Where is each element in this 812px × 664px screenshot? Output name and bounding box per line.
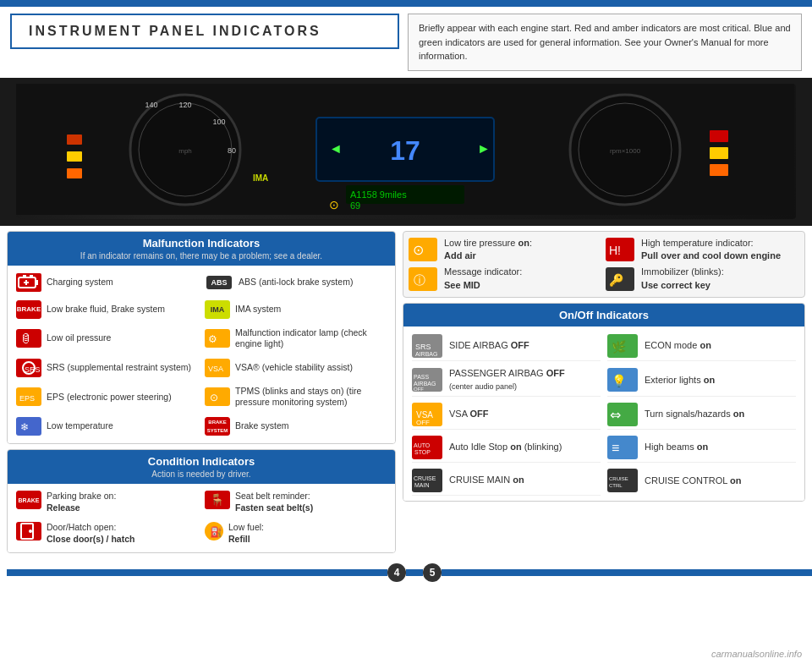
auto-idle-label: Auto Idle Stop on (blinking): [449, 441, 562, 453]
bottom-sections: Malfunction Indicators If an indicator r…: [0, 226, 812, 558]
left-column: Malfunction Indicators If an indicator r…: [7, 231, 396, 553]
passenger-airbag-icon: PASSAIRBAGOFF: [412, 368, 442, 392]
turn-signals-label: Turn signals/hazards on: [645, 408, 744, 420]
condition-subtitle: Action is needed by driver.: [16, 469, 387, 479]
high-beams-label: High beams on: [645, 441, 708, 453]
svg-text:rpm×1000: rpm×1000: [610, 147, 641, 155]
malfunction-grid: Charging system ABS ABS (anti-lock brake…: [16, 271, 387, 439]
list-item: ⓘ Message indicator:See MID: [409, 266, 602, 292]
list-item: Charging system: [16, 271, 198, 294]
svg-text:SRS: SRS: [415, 343, 431, 351]
cruise-main-icon: CRUISEMAIN: [412, 469, 442, 492]
turn-signals-icon: ⇔: [607, 403, 638, 426]
malfunction-title: Malfunction Indicators: [16, 237, 387, 250]
svg-text:100: 100: [213, 118, 226, 126]
svg-text:80: 80: [228, 146, 236, 155]
list-item: BRAKE Parking brake on: Release: [16, 489, 198, 515]
brake-fluid-label: Low brake fluid, Brake system: [47, 304, 165, 316]
list-item: VSAOFF VSA OFF: [412, 400, 601, 430]
svg-text:PASS: PASS: [414, 374, 429, 380]
high-temp-label: High temperature indicator:Pull over and…: [641, 237, 781, 263]
tire-pressure-label: Low tire pressure on:Add air: [444, 237, 532, 263]
svg-text:17: 17: [390, 135, 420, 166]
svg-text:IMA: IMA: [253, 173, 268, 183]
high-beams-icon: ≡: [607, 436, 638, 459]
eps-label: EPS (electronic power steering): [47, 392, 172, 403]
svg-text:MAIN: MAIN: [414, 482, 430, 488]
ima-icon: IMA: [205, 300, 230, 319]
top-bar: [0, 0, 812, 7]
malfunction-lamp-label: Malfunction indicator lamp (check engine…: [235, 327, 387, 350]
cruise-control-icon: CRUISECTRL: [607, 469, 638, 492]
seatbelt-icon: 🪑: [205, 491, 230, 509]
svg-text:🛢: 🛢: [20, 332, 32, 345]
immobilizer-icon: 🔑: [606, 267, 634, 291]
list-item: 💡 Exterior lights on: [607, 365, 796, 397]
malfunction-subtitle: If an indicator remains on, there may be…: [16, 251, 387, 261]
cruise-control-label: CRUISE CONTROL on: [645, 475, 742, 487]
svg-rect-24: [710, 164, 728, 176]
list-item: AUTOSTOP Auto Idle Stop on (blinking): [412, 433, 601, 463]
fuel-label: Low fuel: Refill: [228, 522, 264, 545]
message-icon: ⓘ: [409, 267, 437, 291]
dashboard-image: mph 120 100 80 140 17 ◄ ► rpm×1000 IMA: [0, 78, 812, 226]
header-info-text: Briefly appear with each engine start. R…: [419, 23, 791, 61]
malfunction-panel: Malfunction Indicators If an indicator r…: [7, 231, 396, 445]
fuel-icon: ⛽: [205, 522, 223, 541]
list-item: ≡ High beams on: [607, 433, 796, 463]
page-title: INSTRUMENT PANEL INDICATORS: [29, 24, 381, 39]
auto-idle-icon: AUTOSTOP: [412, 436, 442, 459]
top-info-panel: ⊙ Low tire pressure on:Add air H! High t…: [403, 231, 805, 299]
svg-text:AIRBAG: AIRBAG: [415, 351, 437, 357]
svg-text:⛽: ⛽: [210, 525, 222, 538]
header-section: INSTRUMENT PANEL INDICATORS Briefly appe…: [0, 7, 812, 78]
list-item: PASSAIRBAGOFF PASSENGER AIRBAG OFF(cente…: [412, 365, 601, 397]
vsa-off-label: VSA OFF: [449, 408, 488, 420]
dashboard-svg: mph 120 100 80 140 17 ◄ ► rpm×1000 IMA: [16, 84, 794, 215]
vsa-off-icon: VSAOFF: [412, 403, 442, 426]
list-item: CRUISEMAIN CRUISE MAIN on: [412, 466, 601, 496]
svg-text:💡: 💡: [612, 374, 627, 388]
high-temp-icon: H!: [606, 238, 634, 261]
svg-text:❄: ❄: [20, 421, 29, 433]
brake-fluid-icon: BRAKE: [16, 300, 41, 319]
svg-text:140: 140: [145, 101, 158, 109]
page-right: 5: [423, 563, 442, 582]
svg-text:⊙: ⊙: [413, 243, 424, 257]
brake-system-icon: BRAKESYSTEM: [205, 417, 230, 436]
condition-title: Condition Indicators: [16, 455, 387, 468]
svg-rect-29: [30, 275, 33, 277]
engine-icon: ⚙: [205, 329, 230, 348]
condition-grid: BRAKE Parking brake on: Release 🪑 Seat b…: [16, 489, 387, 547]
side-airbag-icon: SRSAIRBAG: [412, 334, 442, 358]
list-item: SRSAIRBAG SIDE AIRBAG OFF: [412, 332, 601, 361]
door-icon: [16, 522, 41, 541]
tire-pressure-icon: ⊙: [409, 238, 437, 261]
list-item: BRAKESYSTEM Brake system: [205, 414, 387, 438]
svg-text:69: 69: [350, 200, 360, 211]
title-box: INSTRUMENT PANEL INDICATORS: [10, 14, 399, 49]
list-item: VSA VSA® (vehicle stability assist): [205, 356, 387, 380]
svg-rect-17: [67, 168, 82, 178]
svg-text:CRUISE: CRUISE: [414, 475, 436, 481]
abs-label: ABS (anti-lock brake system): [239, 277, 353, 288]
svg-text:🔑: 🔑: [609, 273, 624, 288]
condition-header: Condition Indicators Action is needed by…: [8, 450, 395, 484]
door-label: Door/Hatch open: Close door(s) / hatch: [47, 522, 134, 545]
eps-icon: EPS: [16, 387, 41, 406]
seatbelt-label: Seat belt reminder: Fasten seat belt(s): [235, 491, 313, 513]
list-item: ⛽ Low fuel: Refill: [205, 520, 387, 546]
low-temp-label: Low temperature: [47, 420, 113, 432]
list-item: ⇔ Turn signals/hazards on: [607, 400, 796, 430]
svg-text:EPS: EPS: [19, 394, 35, 403]
side-airbag-label: SIDE AIRBAG OFF: [449, 339, 529, 352]
srs-icon: SRS: [16, 359, 41, 377]
parking-brake-icon: BRAKE: [16, 491, 41, 509]
right-column: ⊙ Low tire pressure on:Add air H! High t…: [403, 231, 805, 553]
page-left: 4: [387, 563, 406, 582]
watermark: carmanualsonline.info: [711, 649, 802, 659]
list-item: CRUISECTRL CRUISE CONTROL on: [607, 466, 796, 496]
svg-text:⊙: ⊙: [210, 392, 218, 403]
svg-text:A1158   9miles: A1158 9miles: [350, 189, 407, 200]
srs-label: SRS (supplemental restraint system): [47, 362, 191, 374]
